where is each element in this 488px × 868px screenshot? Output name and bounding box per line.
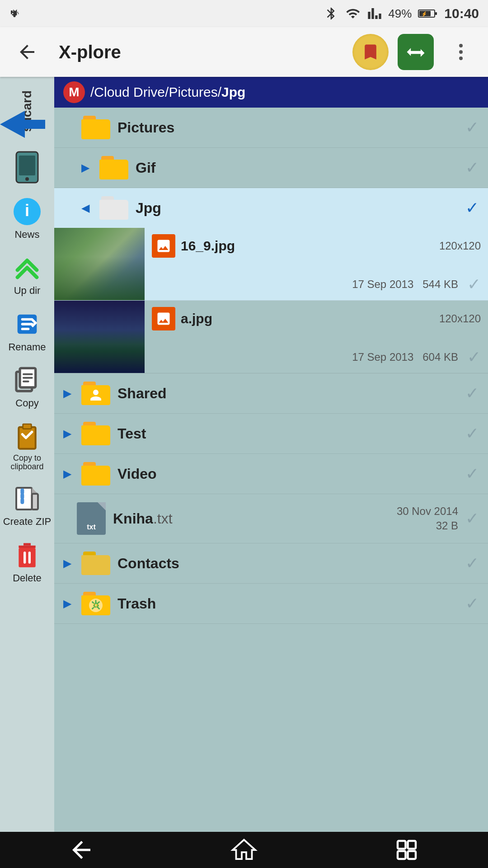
image-info: a.jpg 120x120 17 Sep 2013 604 KB ✓ xyxy=(145,301,488,373)
dimensions-a: 120x120 xyxy=(439,312,481,325)
svg-rect-22 xyxy=(398,841,406,849)
copy-clipboard-label: Copy to clipboard xyxy=(2,454,52,472)
dimensions-16_9: 120x120 xyxy=(439,240,481,252)
check-mark: ✓ xyxy=(467,348,481,367)
bookmark-button[interactable] xyxy=(352,34,389,70)
sidebar-item-create-zip[interactable]: Create ZIP xyxy=(2,478,52,532)
image-type-icon-a xyxy=(152,307,175,330)
path-bold: Jpg xyxy=(221,85,245,100)
size-16_9: 544 KB xyxy=(422,278,458,291)
folder-name-gif: Gif xyxy=(136,160,465,176)
check-mark: ✓ xyxy=(465,554,479,573)
sidebar-item-rename[interactable]: Rename xyxy=(2,303,52,358)
file-meta-kniha: 30 Nov 2014 32 B xyxy=(397,505,458,532)
transfer-button[interactable] xyxy=(398,34,434,70)
file-name-kniha: Kniha.txt xyxy=(113,510,397,527)
folder-name-contacts: Contacts xyxy=(117,555,465,572)
wifi-icon xyxy=(345,6,361,21)
svg-marker-6 xyxy=(0,111,45,138)
check-mark: ✓ xyxy=(465,424,479,443)
list-item[interactable]: ▶ Pictures ✓ xyxy=(54,108,488,148)
svg-rect-8 xyxy=(19,156,35,175)
rename-label: Rename xyxy=(8,341,46,353)
size-a: 604 KB xyxy=(422,351,458,363)
more-menu-button[interactable] xyxy=(443,34,479,70)
back-nav-icon xyxy=(68,836,95,863)
home-nav-icon xyxy=(230,836,258,863)
sidebar-item-copy[interactable]: Copy xyxy=(2,359,52,414)
up-dir-icon xyxy=(13,253,42,282)
rename-icon xyxy=(13,310,42,339)
list-item[interactable]: ▶ Video ✓ xyxy=(54,454,488,494)
clipboard-icon xyxy=(13,422,42,451)
mega-logo: M xyxy=(63,81,85,103)
sidebar: sdcard i News xyxy=(0,77,54,832)
status-right: 49% 10:40 xyxy=(324,6,479,21)
list-item[interactable]: ▶ Gif ✓ xyxy=(54,148,488,188)
list-item[interactable]: ◀ Jpg ✓ xyxy=(54,188,488,228)
usb-icon xyxy=(9,6,23,21)
path-text: /Cloud Drive/Pictures/ Jpg xyxy=(90,85,245,100)
list-item[interactable]: 16_9.jpg 120x120 17 Sep 2013 544 KB ✓ xyxy=(54,228,488,301)
time-display: 10:40 xyxy=(444,6,479,21)
bluetooth-icon xyxy=(324,6,338,21)
svg-rect-25 xyxy=(408,851,416,859)
back-button[interactable] xyxy=(9,34,45,70)
list-item[interactable]: txt Kniha.txt 30 Nov 2014 32 B ✓ xyxy=(54,494,488,543)
bookmark-icon xyxy=(361,42,380,62)
check-mark: ✓ xyxy=(465,509,479,528)
svg-rect-19 xyxy=(32,494,38,509)
file-area: M /Cloud Drive/Pictures/ Jpg ▶ Pictures … xyxy=(54,77,488,832)
image-type-icon xyxy=(152,234,175,258)
app-title: X-plore xyxy=(59,42,343,62)
main-layout: sdcard i News xyxy=(0,77,488,832)
recents-nav-icon xyxy=(393,836,420,863)
image-meta-a: 17 Sep 2013 604 KB ✓ xyxy=(152,348,481,367)
create-zip-label: Create ZIP xyxy=(3,516,51,528)
delete-label: Delete xyxy=(13,572,42,584)
folder-name-trash: Trash xyxy=(117,595,465,612)
svg-rect-18 xyxy=(16,488,32,509)
transfer-icon xyxy=(404,40,427,64)
copy-label: Copy xyxy=(15,397,38,409)
recents-nav-button[interactable] xyxy=(389,836,425,863)
image-meta: 17 Sep 2013 544 KB ✓ xyxy=(152,275,481,294)
svg-rect-20 xyxy=(19,548,35,567)
status-left xyxy=(9,6,23,21)
date-16_9: 17 Sep 2013 xyxy=(352,278,413,291)
check-mark: ✓ xyxy=(465,594,479,613)
back-nav-button[interactable] xyxy=(63,836,99,863)
svg-point-3 xyxy=(459,44,463,47)
list-item[interactable]: ▶ ♻ Trash ✓ xyxy=(54,584,488,624)
list-item[interactable]: a.jpg 120x120 17 Sep 2013 604 KB ✓ xyxy=(54,301,488,373)
bottom-navigation xyxy=(0,832,488,868)
back-arrow-icon xyxy=(16,41,38,63)
copy-icon xyxy=(13,366,42,395)
sidebar-item-copy-clipboard[interactable]: Copy to clipboard xyxy=(2,416,52,476)
updir-label: Up dir xyxy=(14,285,41,297)
status-bar: 49% 10:40 xyxy=(0,0,488,27)
home-nav-button[interactable] xyxy=(226,836,262,863)
check-mark: ✓ xyxy=(467,275,481,294)
folder-name-video: Video xyxy=(117,466,465,482)
battery-text: 49% xyxy=(388,7,412,21)
folder-name-test: Test xyxy=(117,425,465,442)
filename-a: a.jpg xyxy=(181,311,212,326)
sidebar-item-delete[interactable]: Delete xyxy=(2,534,52,589)
folder-name-jpg: Jpg xyxy=(136,200,465,217)
check-mark: ✓ xyxy=(465,464,479,483)
svg-point-5 xyxy=(459,57,463,60)
sdcard-arrow-icon xyxy=(0,108,45,140)
list-item[interactable]: ▶ Contacts ✓ xyxy=(54,543,488,584)
svg-text:♻: ♻ xyxy=(93,601,99,609)
svg-point-9 xyxy=(25,177,29,181)
sidebar-item-news[interactable]: i News xyxy=(2,191,52,245)
filename-16_9: 16_9.jpg xyxy=(181,238,235,254)
delete-icon xyxy=(13,541,42,570)
check-mark-selected: ✓ xyxy=(465,198,479,217)
svg-rect-17 xyxy=(23,425,31,428)
date-a: 17 Sep 2013 xyxy=(352,351,413,363)
list-item[interactable]: ▶ Shared ✓ xyxy=(54,373,488,414)
sidebar-item-updir[interactable]: Up dir xyxy=(2,247,52,301)
list-item[interactable]: ▶ Test ✓ xyxy=(54,414,488,454)
